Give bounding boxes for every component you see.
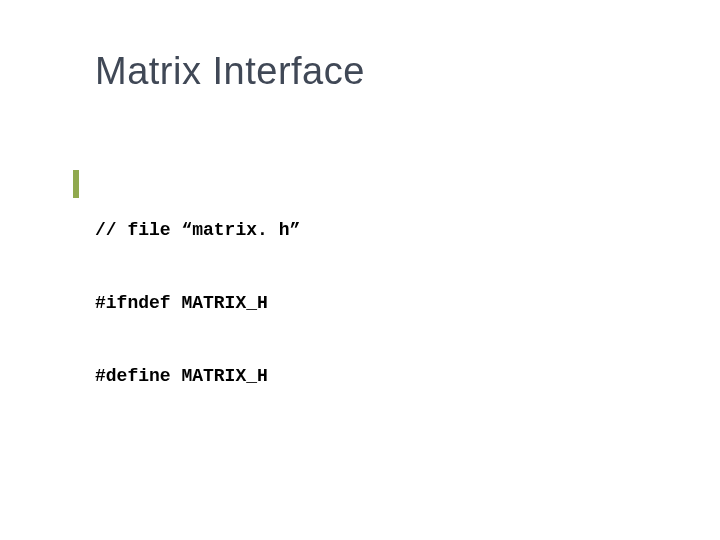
code-line: #ifndef MATRIX_H	[95, 291, 720, 315]
accent-bar	[73, 170, 79, 198]
code-block-2: #define T Matrix_t typedef struct T *T;	[95, 509, 720, 540]
code-line: #define MATRIX_H	[95, 364, 720, 388]
slide-title: Matrix Interface	[95, 50, 720, 93]
slide: Matrix Interface // file “matrix. h” #if…	[0, 0, 720, 540]
code-block-1: // file “matrix. h” #ifndef MATRIX_H #de…	[95, 170, 720, 437]
code-content: // file “matrix. h” #ifndef MATRIX_H #de…	[95, 121, 720, 540]
code-line: // file “matrix. h”	[95, 218, 720, 242]
